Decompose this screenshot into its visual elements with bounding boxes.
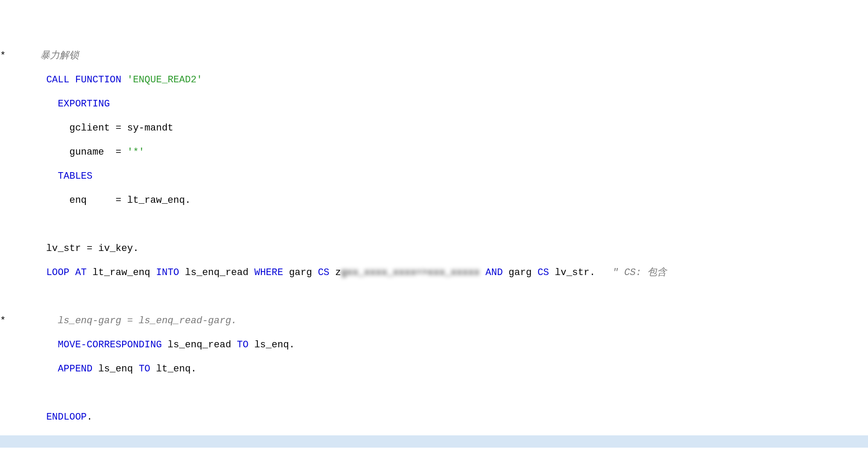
indent	[0, 74, 46, 85]
string-literal: 'ENQUE_READ2'	[121, 74, 202, 85]
code-line	[0, 291, 868, 303]
keyword: CS	[538, 267, 549, 278]
string-literal: '*'	[127, 147, 144, 158]
code-text: z	[330, 267, 341, 278]
code-line: guname = '*'	[0, 146, 868, 159]
keyword: APPEND	[58, 364, 92, 374]
code-line: * 暴力解锁	[0, 50, 868, 62]
keyword: CS	[318, 267, 329, 278]
indent	[0, 339, 58, 350]
redacted-code: gxx_xxxx_xxxx=>xxx_xxxxx	[341, 267, 480, 278]
code-line: * ls_enq-garg = ls_enq_read-garg.	[0, 315, 868, 327]
keyword: AND	[485, 267, 503, 278]
keyword: TABLES	[58, 171, 92, 182]
code-line: TABLES	[0, 170, 868, 183]
comment-marker: *	[0, 315, 6, 326]
code-text: ls_enq_read	[162, 339, 237, 350]
blank-line	[0, 219, 6, 230]
code-line: EXPORTING	[0, 98, 868, 110]
keyword: TO	[237, 339, 248, 350]
keyword: EXPORTING	[58, 99, 110, 109]
code-line: CALL FUNCTION 'ENQUE_READ2'	[0, 74, 868, 86]
keyword: LOOP AT	[46, 267, 87, 278]
code-text: lv_str.	[549, 267, 612, 278]
blank-line	[0, 388, 6, 399]
highlighted-line	[0, 435, 868, 448]
comment-marker: *	[0, 50, 6, 61]
code-text: gclient = sy-mandt	[0, 123, 173, 134]
blank-line	[0, 436, 6, 447]
code-text: lt_enq.	[150, 364, 197, 374]
indent	[0, 99, 58, 109]
comment-text: 暴力解锁	[6, 50, 79, 61]
indent	[0, 171, 58, 182]
code-line: gclient = sy-mandt	[0, 122, 868, 134]
code-text: lt_raw_enq	[87, 267, 156, 278]
code-line: lv_str = iv_key.	[0, 243, 868, 255]
comment-text: ls_enq-garg = ls_enq_read-garg.	[6, 315, 237, 326]
code-text: guname =	[0, 147, 127, 158]
keyword: INTO	[156, 267, 179, 278]
code-line: ENDLOOP.	[0, 411, 868, 424]
code-text: ls_enq.	[249, 339, 295, 350]
code-line: LOOP AT lt_raw_enq INTO ls_enq_read WHER…	[0, 267, 868, 279]
code-line	[0, 387, 868, 399]
code-text: garg	[503, 267, 538, 278]
indent	[0, 364, 58, 374]
code-line: APPEND ls_enq TO lt_enq.	[0, 363, 868, 375]
code-text: ls_enq_read	[179, 267, 254, 278]
comment-text: " CS: 包含	[613, 267, 667, 278]
code-line: MOVE-CORRESPONDING ls_enq_read TO ls_enq…	[0, 339, 868, 351]
keyword: TO	[139, 364, 150, 374]
code-text: garg	[283, 267, 318, 278]
code-text: enq = lt_raw_enq.	[0, 195, 191, 206]
keyword: CALL FUNCTION	[46, 74, 122, 85]
code-text: ls_enq	[92, 364, 139, 374]
code-text	[480, 267, 485, 278]
indent	[0, 267, 46, 278]
keyword: WHERE	[254, 267, 283, 278]
keyword: ENDLOOP	[46, 412, 87, 423]
code-line	[0, 219, 868, 231]
indent	[0, 412, 46, 423]
code-line: enq = lt_raw_enq.	[0, 194, 868, 207]
keyword: MOVE-CORRESPONDING	[58, 339, 162, 350]
code-text: .	[87, 412, 92, 423]
blank-line	[0, 291, 6, 302]
code-text: lv_str = iv_key.	[0, 243, 139, 254]
